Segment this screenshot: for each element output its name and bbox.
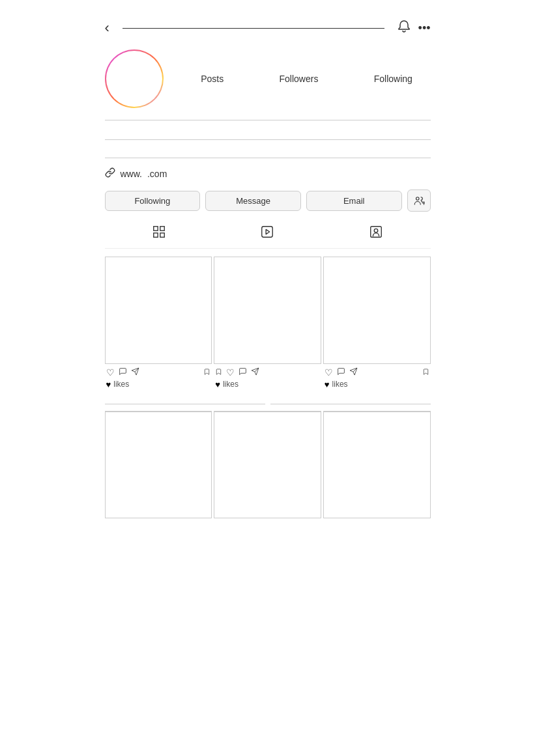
svg-point-10	[374, 229, 378, 232]
svg-rect-3	[154, 227, 158, 231]
bio-section	[105, 120, 431, 158]
grid-tab[interactable]	[152, 225, 166, 243]
second-grid-section	[105, 411, 431, 519]
svg-rect-5	[154, 233, 158, 237]
post-item-2: ♡ ♥ likes	[214, 257, 321, 392]
followers-stat[interactable]: Followers	[279, 74, 318, 84]
heart-icon-2[interactable]: ♡	[226, 367, 235, 378]
second-post-2[interactable]	[214, 412, 321, 519]
svg-point-0	[416, 197, 419, 201]
following-label: Following	[374, 74, 412, 84]
add-person-button[interactable]	[407, 189, 431, 212]
likes-text-1: likes	[113, 380, 129, 389]
bell-icon[interactable]	[398, 20, 411, 36]
website-row: www. .com	[105, 167, 431, 180]
post-actions-3: ♡	[323, 364, 431, 380]
website-suffix: .com	[147, 169, 167, 179]
bio-line-2	[105, 147, 431, 158]
heart-filled-2: ♥	[215, 380, 220, 389]
posts-stat[interactable]: Posts	[201, 74, 224, 84]
bookmark-icon-1[interactable]	[203, 367, 210, 378]
likes-text-2: likes	[223, 380, 239, 389]
post-item-3: ♡ ♥	[323, 257, 431, 392]
comment-icon-1[interactable]	[119, 367, 127, 378]
heart-icon-3[interactable]: ♡	[325, 367, 333, 378]
tagged-tab[interactable]	[369, 225, 383, 243]
svg-rect-9	[371, 227, 382, 238]
separator	[105, 404, 431, 404]
header: ‹ •••	[105, 20, 431, 36]
followers-label: Followers	[279, 74, 318, 84]
following-stat[interactable]: Following	[374, 74, 412, 84]
stats-row: Posts Followers Following	[183, 74, 431, 84]
profile-section: Posts Followers Following	[105, 49, 431, 108]
following-button[interactable]: Following	[105, 191, 201, 211]
sep-line-right	[270, 404, 431, 404]
avatar	[105, 49, 164, 108]
comment-icon-2[interactable]	[239, 367, 247, 378]
header-icons: •••	[398, 20, 431, 36]
heart-icon-1[interactable]: ♡	[106, 367, 115, 378]
email-button[interactable]: Email	[306, 191, 402, 211]
tab-row	[105, 225, 431, 249]
svg-marker-8	[267, 229, 270, 234]
header-line	[123, 28, 384, 29]
second-post-1[interactable]	[105, 412, 212, 519]
svg-rect-4	[160, 227, 164, 231]
sep-line-left	[105, 404, 265, 404]
comment-icon-3[interactable]	[337, 367, 345, 378]
action-buttons: Following Message Email	[105, 189, 431, 212]
share-icon-3[interactable]	[349, 367, 358, 378]
link-icon	[105, 167, 115, 180]
post-image-2[interactable]	[214, 257, 321, 364]
back-button[interactable]: ‹	[105, 20, 109, 36]
post-actions-2: ♡	[214, 364, 321, 380]
posts-label: Posts	[201, 74, 224, 84]
bookmark-icon-3[interactable]	[422, 367, 429, 378]
share-icon-2[interactable]	[251, 367, 259, 378]
svg-rect-6	[160, 233, 164, 237]
likes-text-3: likes	[332, 380, 348, 389]
bio-line-1	[105, 128, 431, 140]
post-image-3[interactable]	[323, 257, 431, 364]
post-actions-1: ♡	[105, 364, 212, 380]
svg-rect-7	[262, 227, 273, 238]
reels-tab[interactable]	[260, 225, 274, 243]
share-icon-1[interactable]	[131, 367, 139, 378]
bookmark-icon-2-left[interactable]	[215, 367, 222, 378]
second-posts-grid	[105, 412, 431, 519]
heart-filled-1: ♥	[106, 380, 111, 389]
second-post-3[interactable]	[323, 412, 431, 519]
post-image-1[interactable]	[105, 257, 212, 364]
heart-filled-3: ♥	[325, 380, 330, 389]
more-options-icon[interactable]: •••	[418, 21, 431, 35]
message-button[interactable]: Message	[205, 191, 301, 211]
website-prefix: www.	[121, 169, 142, 179]
post-item-1: ♡ ♥	[105, 257, 212, 392]
posts-grid: ♡ ♥	[105, 257, 431, 392]
